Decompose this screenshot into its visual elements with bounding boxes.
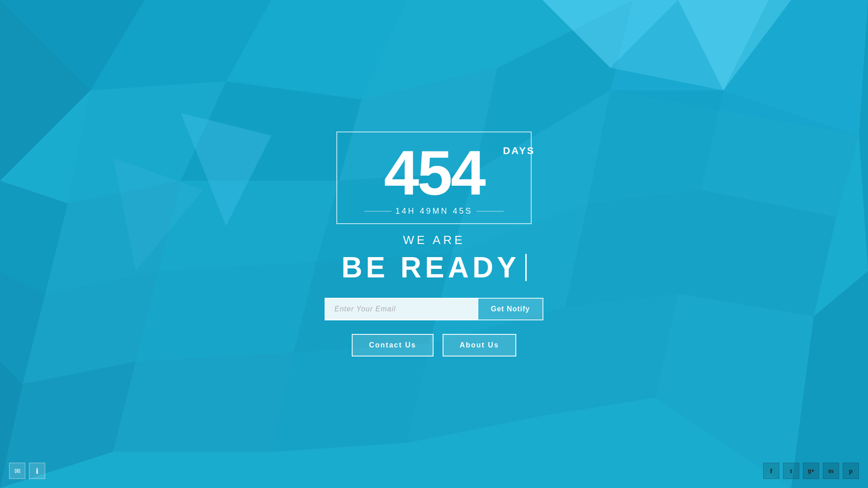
email-form: Get Notify xyxy=(325,298,543,320)
countdown-box: DAYS 454 14H 49MN 45S xyxy=(336,131,531,224)
about-button[interactable]: About Us xyxy=(443,334,516,357)
email-icon[interactable]: ✉ xyxy=(9,463,25,479)
notify-button[interactable]: Get Notify xyxy=(478,298,543,320)
be-ready-row: BE READY xyxy=(341,251,527,284)
info-icon[interactable]: ℹ xyxy=(29,463,45,479)
be-ready-text: BE READY xyxy=(341,251,520,284)
twitter-icon[interactable]: t xyxy=(783,463,799,479)
days-number: 454 xyxy=(364,141,503,205)
cursor-blink xyxy=(525,254,527,281)
facebook-icon[interactable]: f xyxy=(763,463,779,479)
contact-button[interactable]: Contact Us xyxy=(352,334,433,357)
action-buttons: Contact Us About Us xyxy=(352,334,516,357)
time-display: 14H 49MN 45S xyxy=(395,206,472,216)
time-divider-left xyxy=(364,211,392,211)
linkedin-icon[interactable]: in xyxy=(823,463,839,479)
pinterest-icon[interactable]: p xyxy=(843,463,859,479)
bottom-left-icons: ✉ ℹ xyxy=(9,463,45,479)
time-divider-right xyxy=(476,211,504,211)
google-plus-icon[interactable]: g+ xyxy=(803,463,819,479)
social-icons: f t g+ in p xyxy=(763,463,859,479)
email-input[interactable] xyxy=(325,298,478,320)
days-label: DAYS xyxy=(503,145,535,157)
we-are-text: WE ARE xyxy=(403,233,465,247)
